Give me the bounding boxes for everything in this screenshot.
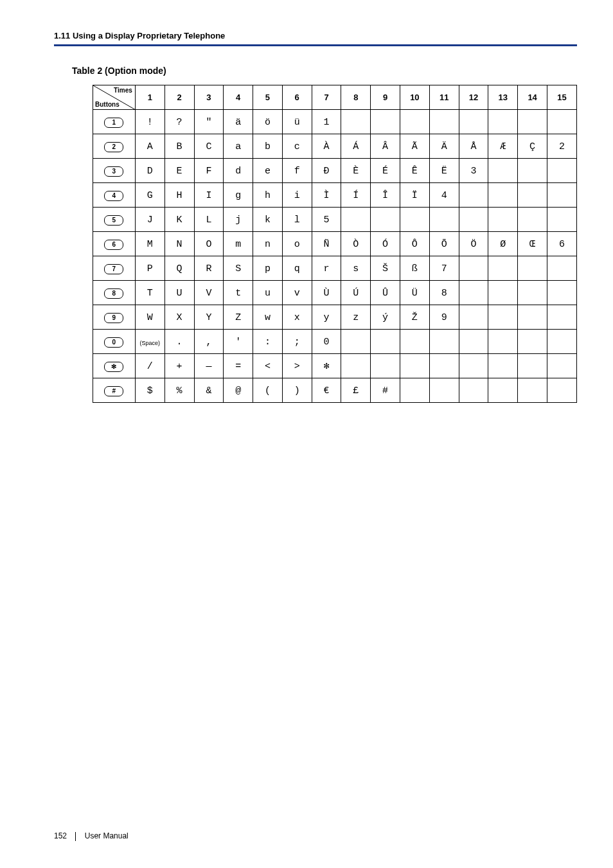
char-cell: C [194,134,224,159]
char-cell: I [194,183,224,208]
footer-separator [75,832,76,841]
char-cell: N [164,232,194,256]
char-cell: J [135,208,164,232]
char-cell [547,354,577,378]
char-cell: Õ [429,232,459,256]
char-cell: x [282,305,312,330]
char-cell: À [312,134,341,159]
column-header: 4 [224,85,253,110]
char-cell [518,159,547,183]
char-cell: 2 [547,134,577,159]
char-cell [488,378,518,403]
char-cell: Â [371,134,400,159]
char-cell: b [253,134,283,159]
char-cell [371,354,400,378]
char-cell [429,378,459,403]
table-row: ✻/+—=<>✻ [93,354,577,378]
char-cell: Ä [429,134,459,159]
char-cell: 4 [429,183,459,208]
phone-key-icon: 4 [104,191,123,201]
char-cell: / [135,354,164,378]
button-key-cell: 9 [93,305,136,330]
char-cell: € [312,378,341,403]
char-cell [371,110,400,134]
char-cell: ' [224,330,253,354]
corner-buttons-label: Buttons [95,101,120,108]
column-header: 13 [488,85,518,110]
button-key-cell: ✻ [93,354,136,378]
char-cell: ! [135,110,164,134]
char-cell [547,305,577,330]
char-cell [547,378,577,403]
char-cell: T [135,281,164,305]
char-cell [518,256,547,281]
char-cell [488,208,518,232]
char-cell [518,281,547,305]
footer-label: User Manual [85,831,129,840]
char-cell: 3 [459,159,488,183]
char-cell: ý [371,305,400,330]
button-key-cell: 4 [93,183,136,208]
phone-key-icon: 3 [104,166,123,177]
phone-key-icon: ✻ [104,362,123,372]
char-cell: Ô [400,232,429,256]
char-cell [547,281,577,305]
char-cell: Q [164,256,194,281]
phone-key-icon: 8 [104,288,123,299]
char-cell: P [135,256,164,281]
char-cell: 0 [312,330,341,354]
char-cell [518,305,547,330]
char-cell: Š [371,256,400,281]
char-cell: Ð [312,159,341,183]
char-cell: Ö [459,232,488,256]
table-row: 7PQRSpqrsŠß7 [93,256,577,281]
char-cell: Œ [518,232,547,256]
char-cell: . [164,330,194,354]
char-cell: < [253,354,283,378]
button-key-cell: 7 [93,256,136,281]
char-cell: Ï [400,183,429,208]
char-cell [547,208,577,232]
phone-key-icon: 9 [104,313,123,323]
char-cell: Ù [312,281,341,305]
char-cell [488,281,518,305]
char-cell: : [253,330,283,354]
char-cell: Ž [400,305,429,330]
char-cell: ; [282,330,312,354]
char-cell: Y [194,305,224,330]
char-cell: g [224,183,253,208]
char-cell: , [194,330,224,354]
char-cell: Ì [312,183,341,208]
char-cell: c [282,134,312,159]
char-cell: n [253,232,283,256]
char-cell: Ø [488,232,518,256]
char-cell: É [371,159,400,183]
char-cell: K [164,208,194,232]
char-cell [488,159,518,183]
button-key-cell: # [93,378,136,403]
table-row: 3DEFdefÐÈÉÊË3 [93,159,577,183]
column-header: 9 [371,85,400,110]
column-header: 8 [341,85,371,110]
char-cell: t [224,281,253,305]
phone-key-icon: 1 [104,118,123,128]
char-cell: u [253,281,283,305]
table-row: #$%&@()€£# [93,378,577,403]
char-cell: f [282,159,312,183]
phone-key-icon: 5 [104,215,123,226]
char-cell: Î [371,183,400,208]
char-cell: ä [224,110,253,134]
char-cell [429,330,459,354]
char-cell: Í [341,183,371,208]
char-cell: 7 [429,256,459,281]
char-cell [459,208,488,232]
char-cell [341,330,371,354]
char-cell: o [282,232,312,256]
char-cell: B [164,134,194,159]
char-cell: D [135,159,164,183]
phone-key-icon: 6 [104,240,123,250]
char-cell [518,354,547,378]
char-cell: % [164,378,194,403]
column-header: 2 [164,85,194,110]
char-cell [518,110,547,134]
